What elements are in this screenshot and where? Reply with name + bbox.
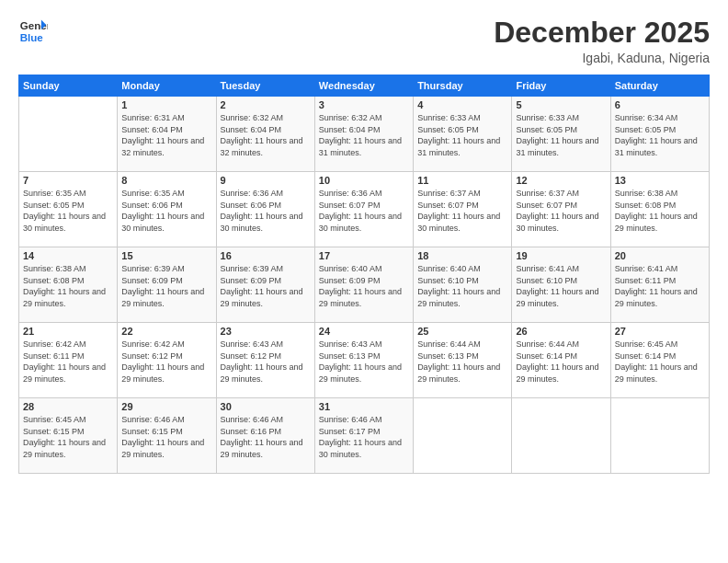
day-number: 8: [121, 175, 211, 186]
cell-info: Sunrise: 6:42 AMSunset: 6:12 PMDaylight:…: [121, 339, 211, 385]
logo-icon: General Blue: [18, 17, 48, 46]
cell-info: Sunrise: 6:36 AMSunset: 6:06 PMDaylight:…: [221, 188, 311, 234]
logo: General Blue: [18, 17, 48, 46]
calendar-cell: 12Sunrise: 6:37 AMSunset: 6:07 PMDayligh…: [512, 172, 610, 247]
day-number: 27: [615, 326, 705, 337]
calendar-cell: 29Sunrise: 6:46 AMSunset: 6:15 PMDayligh…: [118, 398, 216, 474]
cell-info: Sunrise: 6:41 AMSunset: 6:11 PMDaylight:…: [615, 263, 705, 309]
cell-info: Sunrise: 6:40 AMSunset: 6:10 PMDaylight:…: [417, 263, 507, 309]
calendar-cell: [19, 97, 118, 172]
calendar-cell: 8Sunrise: 6:35 AMSunset: 6:06 PMDaylight…: [118, 172, 216, 247]
cell-info: Sunrise: 6:39 AMSunset: 6:09 PMDaylight:…: [221, 263, 311, 309]
day-number: 7: [23, 175, 113, 186]
header: General Blue December 2025 Igabi, Kaduna…: [18, 17, 710, 65]
weekday-header: Saturday: [610, 75, 709, 97]
cell-info: Sunrise: 6:43 AMSunset: 6:12 PMDaylight:…: [221, 339, 311, 385]
cell-info: Sunrise: 6:39 AMSunset: 6:09 PMDaylight:…: [121, 263, 211, 309]
calendar-cell: 20Sunrise: 6:41 AMSunset: 6:11 PMDayligh…: [610, 247, 709, 323]
calendar-header: SundayMondayTuesdayWednesdayThursdayFrid…: [19, 75, 710, 97]
weekday-header: Tuesday: [216, 75, 314, 97]
svg-text:Blue: Blue: [20, 32, 44, 43]
weekday-header: Wednesday: [314, 75, 413, 97]
day-number: 24: [319, 326, 409, 337]
day-number: 12: [516, 175, 606, 186]
calendar-cell: 5Sunrise: 6:33 AMSunset: 6:05 PMDaylight…: [512, 97, 610, 172]
calendar-cell: 3Sunrise: 6:32 AMSunset: 6:04 PMDaylight…: [314, 97, 413, 172]
cell-info: Sunrise: 6:38 AMSunset: 6:08 PMDaylight:…: [615, 188, 705, 234]
calendar-cell: 21Sunrise: 6:42 AMSunset: 6:11 PMDayligh…: [19, 323, 118, 398]
calendar-cell: 4Sunrise: 6:33 AMSunset: 6:05 PMDaylight…: [414, 97, 512, 172]
calendar-cell: 30Sunrise: 6:46 AMSunset: 6:16 PMDayligh…: [216, 398, 314, 474]
day-number: 1: [121, 99, 211, 110]
calendar-cell: 7Sunrise: 6:35 AMSunset: 6:05 PMDaylight…: [19, 172, 118, 247]
cell-info: Sunrise: 6:45 AMSunset: 6:15 PMDaylight:…: [23, 414, 113, 460]
day-number: 5: [516, 99, 606, 110]
day-number: 28: [23, 401, 113, 412]
calendar-cell: 19Sunrise: 6:41 AMSunset: 6:10 PMDayligh…: [512, 247, 610, 323]
calendar-cell: 17Sunrise: 6:40 AMSunset: 6:09 PMDayligh…: [314, 247, 413, 323]
day-number: 25: [417, 326, 507, 337]
cell-info: Sunrise: 6:45 AMSunset: 6:14 PMDaylight:…: [615, 339, 705, 385]
cell-info: Sunrise: 6:33 AMSunset: 6:05 PMDaylight:…: [417, 112, 507, 158]
day-number: 31: [319, 401, 409, 412]
calendar-week-row: 7Sunrise: 6:35 AMSunset: 6:05 PMDaylight…: [19, 172, 710, 247]
calendar-cell: 24Sunrise: 6:43 AMSunset: 6:13 PMDayligh…: [314, 323, 413, 398]
calendar-page: General Blue December 2025 Igabi, Kaduna…: [0, 0, 728, 563]
calendar-week-row: 21Sunrise: 6:42 AMSunset: 6:11 PMDayligh…: [19, 323, 710, 398]
day-number: 3: [319, 99, 409, 110]
day-number: 11: [417, 175, 507, 186]
day-number: 21: [23, 326, 113, 337]
day-number: 19: [516, 250, 606, 261]
day-number: 4: [417, 99, 507, 110]
location: Igabi, Kaduna, Nigeria: [494, 51, 710, 65]
calendar-cell: 15Sunrise: 6:39 AMSunset: 6:09 PMDayligh…: [118, 247, 216, 323]
day-number: 2: [221, 99, 311, 110]
day-number: 13: [615, 175, 705, 186]
cell-info: Sunrise: 6:34 AMSunset: 6:05 PMDaylight:…: [615, 112, 705, 158]
day-number: 16: [221, 250, 311, 261]
calendar-week-row: 1Sunrise: 6:31 AMSunset: 6:04 PMDaylight…: [19, 97, 710, 172]
weekday-header: Thursday: [414, 75, 512, 97]
cell-info: Sunrise: 6:37 AMSunset: 6:07 PMDaylight:…: [417, 188, 507, 234]
calendar-cell: 10Sunrise: 6:36 AMSunset: 6:07 PMDayligh…: [314, 172, 413, 247]
cell-info: Sunrise: 6:46 AMSunset: 6:16 PMDaylight:…: [221, 414, 311, 460]
calendar-week-row: 28Sunrise: 6:45 AMSunset: 6:15 PMDayligh…: [19, 398, 710, 474]
weekday-header: Monday: [118, 75, 216, 97]
day-number: 10: [319, 175, 409, 186]
cell-info: Sunrise: 6:31 AMSunset: 6:04 PMDaylight:…: [121, 112, 211, 158]
cell-info: Sunrise: 6:36 AMSunset: 6:07 PMDaylight:…: [319, 188, 409, 234]
cell-info: Sunrise: 6:35 AMSunset: 6:06 PMDaylight:…: [121, 188, 211, 234]
calendar-cell: 14Sunrise: 6:38 AMSunset: 6:08 PMDayligh…: [19, 247, 118, 323]
cell-info: Sunrise: 6:43 AMSunset: 6:13 PMDaylight:…: [319, 339, 409, 385]
calendar-cell: 25Sunrise: 6:44 AMSunset: 6:13 PMDayligh…: [414, 323, 512, 398]
calendar-cell: [610, 398, 709, 474]
calendar-cell: 11Sunrise: 6:37 AMSunset: 6:07 PMDayligh…: [414, 172, 512, 247]
cell-info: Sunrise: 6:41 AMSunset: 6:10 PMDaylight:…: [516, 263, 606, 309]
weekday-row: SundayMondayTuesdayWednesdayThursdayFrid…: [19, 75, 710, 97]
cell-info: Sunrise: 6:32 AMSunset: 6:04 PMDaylight:…: [221, 112, 311, 158]
calendar-table: SundayMondayTuesdayWednesdayThursdayFrid…: [18, 75, 710, 474]
calendar-cell: 22Sunrise: 6:42 AMSunset: 6:12 PMDayligh…: [118, 323, 216, 398]
cell-info: Sunrise: 6:35 AMSunset: 6:05 PMDaylight:…: [23, 188, 113, 234]
day-number: 18: [417, 250, 507, 261]
cell-info: Sunrise: 6:44 AMSunset: 6:13 PMDaylight:…: [417, 339, 507, 385]
cell-info: Sunrise: 6:46 AMSunset: 6:17 PMDaylight:…: [319, 414, 409, 460]
calendar-cell: 28Sunrise: 6:45 AMSunset: 6:15 PMDayligh…: [19, 398, 118, 474]
cell-info: Sunrise: 6:40 AMSunset: 6:09 PMDaylight:…: [319, 263, 409, 309]
cell-info: Sunrise: 6:42 AMSunset: 6:11 PMDaylight:…: [23, 339, 113, 385]
calendar-cell: 16Sunrise: 6:39 AMSunset: 6:09 PMDayligh…: [216, 247, 314, 323]
day-number: 14: [23, 250, 113, 261]
day-number: 23: [221, 326, 311, 337]
cell-info: Sunrise: 6:33 AMSunset: 6:05 PMDaylight:…: [516, 112, 606, 158]
cell-info: Sunrise: 6:46 AMSunset: 6:15 PMDaylight:…: [121, 414, 211, 460]
calendar-cell: 27Sunrise: 6:45 AMSunset: 6:14 PMDayligh…: [610, 323, 709, 398]
weekday-header: Friday: [512, 75, 610, 97]
calendar-cell: 18Sunrise: 6:40 AMSunset: 6:10 PMDayligh…: [414, 247, 512, 323]
month-title: December 2025: [494, 17, 710, 49]
calendar-cell: 1Sunrise: 6:31 AMSunset: 6:04 PMDaylight…: [118, 97, 216, 172]
calendar-cell: 2Sunrise: 6:32 AMSunset: 6:04 PMDaylight…: [216, 97, 314, 172]
calendar-week-row: 14Sunrise: 6:38 AMSunset: 6:08 PMDayligh…: [19, 247, 710, 323]
day-number: 26: [516, 326, 606, 337]
calendar-cell: 26Sunrise: 6:44 AMSunset: 6:14 PMDayligh…: [512, 323, 610, 398]
day-number: 15: [121, 250, 211, 261]
